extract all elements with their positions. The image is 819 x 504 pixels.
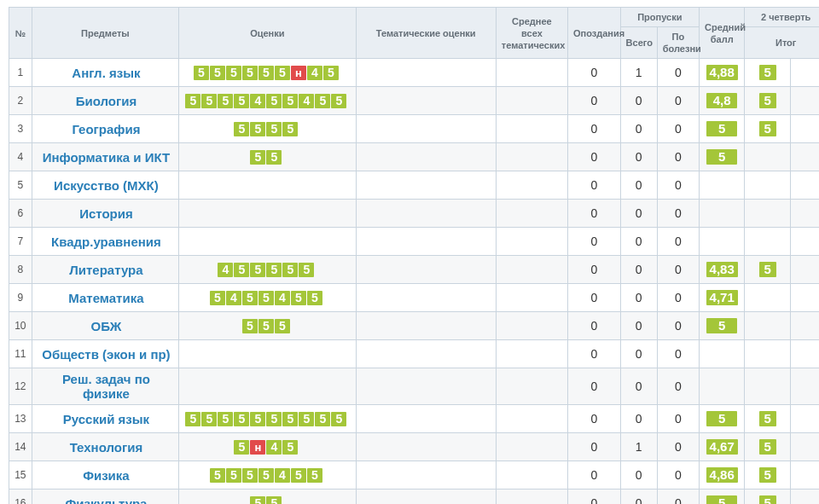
row-num: 5: [9, 171, 32, 200]
grade-chip: 5: [250, 496, 265, 505]
grade-chip: 5: [234, 94, 249, 108]
subject-link[interactable]: Искусство (МХК): [32, 171, 178, 200]
thematic-cell: [356, 340, 496, 368]
avg-badge: 5: [706, 121, 737, 136]
table-row: 5Искусство (МХК)000: [9, 171, 820, 200]
itog-cell: [790, 433, 819, 461]
itog-cell: [790, 115, 819, 143]
avg-cell: 4,83: [700, 256, 745, 284]
abs-ill-cell: 0: [657, 312, 699, 340]
grade-chip: 5: [282, 122, 298, 136]
avg-cell: 5: [700, 405, 745, 433]
subject-link[interactable]: Физкультура: [32, 490, 178, 505]
grade-chip: 5: [266, 263, 282, 277]
subject-link[interactable]: История: [32, 200, 178, 228]
lates-cell: 0: [568, 433, 621, 461]
avg-thematic-cell: [496, 87, 567, 115]
avg-thematic-cell: [496, 143, 567, 171]
subject-link[interactable]: Квадр.уравнения: [32, 228, 178, 256]
abs-total-cell: 0: [620, 284, 657, 312]
lates-cell: 0: [568, 461, 621, 490]
itog-cell: [790, 256, 819, 284]
table-row: 4Информатика и ИКТ550005: [9, 143, 820, 171]
abs-total-cell: 0: [620, 256, 657, 284]
subject-link[interactable]: Литература: [32, 256, 178, 284]
grade-chip: 4: [275, 468, 290, 483]
grades-cell: 555: [179, 312, 356, 340]
avg-thematic-cell: [496, 368, 567, 405]
abs-ill-cell: 0: [657, 256, 699, 284]
grade-chip: 5: [234, 440, 249, 455]
table-row: 10ОБЖ5550005: [9, 312, 820, 340]
quarter-cell: [745, 200, 790, 228]
th-abs-ill: По болезни: [657, 27, 699, 59]
itog-cell: [790, 340, 819, 368]
lates-cell: 0: [568, 87, 621, 115]
table-row: 1Англ. язык555555н450104,885: [9, 59, 820, 87]
avg-cell: 4,88: [700, 59, 745, 87]
grade-chip: 5: [194, 66, 209, 80]
subject-link[interactable]: Англ. язык: [32, 59, 178, 87]
thematic-cell: [356, 171, 496, 200]
grade-chip: 5: [282, 412, 298, 426]
quarter-cell: 5: [745, 433, 790, 461]
quarter-badge: 5: [759, 93, 776, 108]
grades-cell: 55: [179, 490, 356, 505]
avg-thematic-cell: [496, 115, 567, 143]
avg-thematic-cell: [496, 171, 567, 200]
avg-thematic-cell: [496, 490, 567, 505]
avg-thematic-cell: [496, 340, 567, 368]
subject-link[interactable]: Реш. задач по физике: [32, 368, 178, 405]
abs-total-cell: 0: [620, 312, 657, 340]
quarter-cell: [745, 340, 790, 368]
itog-cell: [790, 461, 819, 490]
table-row: 12Реш. задач по физике000: [9, 368, 820, 405]
th-num: №: [9, 8, 32, 59]
abs-ill-cell: 0: [657, 368, 699, 405]
subject-link[interactable]: ОБЖ: [32, 312, 178, 340]
subject-link[interactable]: Обществ (экон и пр): [32, 340, 178, 368]
abs-ill-cell: 0: [657, 284, 699, 312]
grade-chip: 5: [210, 66, 225, 80]
grade-chip: 5: [226, 66, 241, 80]
subject-link[interactable]: Физика: [32, 461, 178, 490]
th-absences: Пропуски: [620, 8, 699, 27]
subject-link[interactable]: Биология: [32, 87, 178, 115]
grade-chip: 5: [258, 291, 274, 305]
grade-chip: 4: [299, 94, 314, 108]
thematic-cell: [356, 368, 496, 405]
quarter-cell: 5: [745, 256, 790, 284]
th-avg-thematic: Среднее всех тематических: [496, 8, 567, 59]
itog-cell: [790, 171, 819, 200]
subject-link[interactable]: Технология: [32, 433, 178, 461]
subject-link[interactable]: География: [32, 115, 178, 143]
th-thematic: Тематические оценки: [356, 8, 496, 59]
table-row: 2Биология55554554550004,85: [9, 87, 820, 115]
table-row: 16Физкультура5500055: [9, 490, 820, 505]
avg-thematic-cell: [496, 405, 567, 433]
grade-chip: 5: [307, 291, 322, 305]
itog-cell: [790, 284, 819, 312]
row-num: 11: [9, 340, 32, 368]
grade-chip: 5: [210, 291, 225, 305]
lates-cell: 0: [568, 368, 621, 405]
quarter-cell: [745, 143, 790, 171]
avg-thematic-cell: [496, 284, 567, 312]
quarter-badge: 5: [759, 439, 776, 455]
thematic-cell: [356, 200, 496, 228]
abs-ill-cell: 0: [657, 115, 699, 143]
avg-thematic-cell: [496, 461, 567, 490]
avg-badge: 5: [706, 495, 737, 504]
row-num: 1: [9, 59, 32, 87]
itog-cell: [790, 87, 819, 115]
table-row: 3География555500055: [9, 115, 820, 143]
avg-cell: 5: [700, 143, 745, 171]
subject-link[interactable]: Математика: [32, 284, 178, 312]
absence-mark: н: [291, 66, 306, 80]
thematic-cell: [356, 433, 496, 461]
grade-chip: 5: [201, 94, 217, 108]
row-num: 10: [9, 312, 32, 340]
subject-link[interactable]: Информатика и ИКТ: [32, 143, 178, 171]
subject-link[interactable]: Русский язык: [32, 405, 178, 433]
th-abs-total: Всего: [620, 27, 657, 59]
